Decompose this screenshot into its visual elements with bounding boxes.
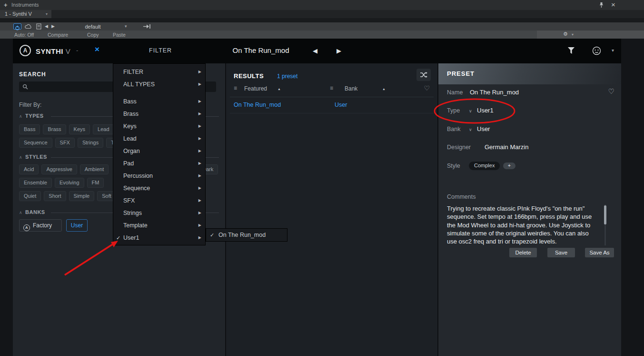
submenu-arrow-icon: ▶: [198, 120, 201, 132]
submenu-item-on-the-run[interactable]: ✓On The Run_mod: [206, 229, 287, 241]
style-chip[interactable]: Evolving: [55, 178, 84, 188]
prev-preset-arrow[interactable]: ◀: [313, 47, 317, 54]
filter-dropdown-menu: FILTER▶ ALL TYPES▶ Bass▶ Brass▶ Keys▶ Le…: [113, 63, 206, 245]
favorite-heart-icon[interactable]: ♡: [608, 87, 614, 96]
menu-item-organ[interactable]: Organ▶: [113, 145, 205, 157]
banks-section-header[interactable]: ∧BANKS: [19, 209, 45, 215]
paste-button[interactable]: Paste: [113, 32, 126, 38]
tab-synthi-v[interactable]: 1 - Synthi V ▾: [0, 10, 51, 18]
menu-item-lead[interactable]: Lead▶: [113, 132, 205, 145]
shuffle-button[interactable]: [416, 69, 431, 81]
add-style-button[interactable]: +: [503, 163, 515, 169]
type-chip[interactable]: Strings: [78, 138, 103, 148]
column-bank[interactable]: Bank: [345, 85, 357, 92]
detach-icon[interactable]: [143, 24, 151, 29]
brand-title: SYNTHI V: [36, 47, 70, 55]
style-chip[interactable]: Ensemble: [19, 178, 52, 188]
comments-textarea[interactable]: Trying to recreate classic PInk Floyd's …: [447, 204, 600, 245]
result-row-bank[interactable]: User: [335, 102, 347, 108]
column-featured[interactable]: Featured: [244, 85, 267, 92]
style-chip[interactable]: Ambient: [80, 164, 109, 174]
submenu-arrow-icon: ▶: [198, 132, 201, 145]
sort-asc-icon[interactable]: ▲: [277, 87, 281, 91]
menu-item-percussion[interactable]: Percussion▶: [113, 170, 205, 182]
preset-panel-title: PRESET: [447, 63, 475, 84]
copy-button[interactable]: Copy: [87, 32, 99, 38]
save-as-button[interactable]: Save As: [585, 248, 614, 257]
result-row-name[interactable]: On The Run_mod: [234, 102, 281, 108]
comments-scrollbar-thumb[interactable]: [604, 205, 606, 224]
header-caret-icon[interactable]: ▾: [612, 48, 614, 53]
type-chip[interactable]: Brass: [43, 124, 66, 134]
submenu-arrow-icon: ▶: [198, 145, 201, 157]
style-tag-pill[interactable]: Complex: [469, 162, 500, 170]
close-window-icon[interactable]: ×: [611, 0, 615, 9]
style-chip[interactable]: Aggressive: [41, 164, 77, 174]
preset-panel-header: PRESET: [438, 63, 621, 84]
compare-button[interactable]: Compare: [48, 32, 68, 38]
preset-file-icon[interactable]: [36, 23, 41, 30]
menu-item-filter[interactable]: FILTER▶: [113, 66, 205, 78]
style-chip[interactable]: Acid: [19, 164, 39, 174]
next-preset-arrow[interactable]: ▶: [337, 47, 341, 54]
bank-factory-chip[interactable]: AFactory: [19, 219, 62, 232]
tab-label: 1 - Synthi V: [5, 11, 32, 17]
close-browser-icon[interactable]: ×: [95, 45, 99, 54]
preset-panel: PRESET Name On The Run_mod ♡ Type ∨ User…: [438, 63, 621, 356]
style-chip[interactable]: Short: [44, 191, 66, 201]
bank-select-chevron-icon[interactable]: ∨: [469, 127, 472, 132]
artist-face-icon[interactable]: [592, 46, 602, 56]
menu-item-pad[interactable]: Pad▶: [113, 157, 205, 170]
next-preset-button[interactable]: ▶: [51, 24, 55, 29]
menu-item-keys[interactable]: Keys▶: [113, 120, 205, 132]
preset-caret-icon[interactable]: ▾: [125, 24, 127, 29]
delete-button[interactable]: Delete: [509, 248, 537, 257]
menu-item-template[interactable]: Template▶: [113, 219, 205, 232]
header-divider: [230, 97, 434, 97]
power-toggle[interactable]: [13, 23, 21, 30]
styles-chip-row-3: Quiet Short Simple Soft: [19, 191, 116, 201]
favorites-heart-icon[interactable]: ♡: [424, 84, 430, 92]
styles-section-header[interactable]: ∧STYLES: [19, 154, 47, 160]
menu-item-sequence[interactable]: Sequence▶: [113, 182, 205, 194]
type-chip[interactable]: Sequence: [19, 138, 52, 148]
app-window: + Instruments × 1 - Synthi V ▾ ◀ ▶ defau…: [0, 0, 644, 356]
type-chip[interactable]: SFX: [55, 138, 75, 148]
filter-funnel-icon[interactable]: [566, 47, 576, 55]
type-chip[interactable]: Bass: [19, 124, 40, 134]
menu-item-user1[interactable]: ✓User1▶: [113, 232, 205, 244]
gear-icon[interactable]: ⚙: [563, 31, 568, 37]
menu-item-sfx[interactable]: SFX▶: [113, 194, 205, 207]
filter-menu-label[interactable]: FILTER: [149, 47, 172, 54]
style-chip[interactable]: Quiet: [19, 191, 41, 201]
current-preset-name[interactable]: On The Run_mod: [226, 46, 296, 54]
submenu-arrow-icon: ▶: [198, 232, 201, 244]
type-select-value[interactable]: User1: [477, 107, 494, 114]
pin-icon[interactable]: [599, 2, 604, 8]
bank-select-value[interactable]: User: [477, 125, 490, 132]
bank-user-chip[interactable]: User: [66, 219, 88, 232]
type-chip[interactable]: Keys: [69, 124, 90, 134]
hamburger-icon[interactable]: ≡: [330, 85, 333, 92]
menu-item-brass[interactable]: Brass▶: [113, 108, 205, 120]
save-button[interactable]: Save: [547, 248, 575, 257]
menu-item-all-types[interactable]: ALL TYPES▶: [113, 78, 205, 91]
types-section-header[interactable]: ∧TYPES: [19, 113, 44, 119]
prev-preset-button[interactable]: ◀: [45, 24, 48, 29]
type-select-chevron-icon[interactable]: ∨: [469, 109, 472, 113]
panel-divider: [225, 63, 226, 356]
type-chip[interactable]: Lead: [93, 124, 114, 134]
style-chip[interactable]: Simple: [69, 191, 95, 201]
sort-asc-icon[interactable]: ▲: [382, 87, 386, 91]
auto-label[interactable]: Auto: Off: [14, 32, 34, 38]
wrapper-preset-select[interactable]: default: [62, 24, 124, 30]
submenu-arrow-icon: ▶: [198, 157, 201, 170]
menu-item-bass[interactable]: Bass▶: [113, 95, 205, 108]
add-instrument-icon[interactable]: +: [4, 1, 8, 9]
cloud-icon[interactable]: [25, 24, 32, 29]
gear-caret-icon[interactable]: ▾: [572, 32, 574, 37]
menu-item-strings[interactable]: Strings▶: [113, 207, 205, 219]
style-chip[interactable]: FM: [87, 178, 104, 188]
chevron-up-icon: ∧: [19, 210, 22, 215]
hamburger-icon[interactable]: ≡: [234, 85, 237, 92]
